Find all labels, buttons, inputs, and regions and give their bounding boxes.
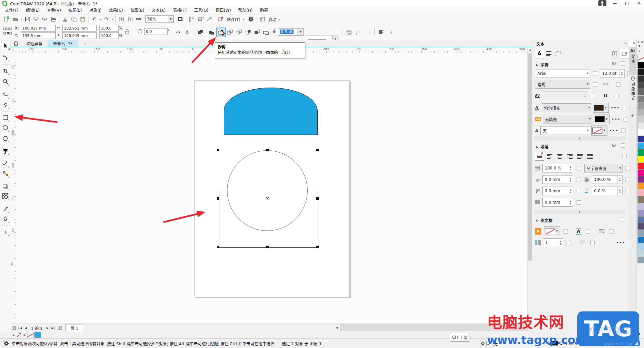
palette-swatch-C3D7DF[interactable] xyxy=(637,250,644,257)
palette-swatch-5C74A8[interactable] xyxy=(637,216,644,223)
cloud-download-button[interactable] xyxy=(32,15,40,23)
align-right-button[interactable] xyxy=(565,152,574,161)
character-collapse-icon[interactable]: ▲ xyxy=(536,63,538,66)
mirror-horizontal-button[interactable] xyxy=(174,28,183,37)
frame-collapse-icon[interactable]: ▲ xyxy=(536,219,538,222)
frame-checkbox[interactable] xyxy=(621,217,625,221)
import-properties-button[interactable] xyxy=(610,49,619,58)
background-color-swatch-combo[interactable]: ▼ xyxy=(594,114,610,124)
intersect-button[interactable] xyxy=(225,28,235,37)
page-1-tab[interactable]: 页 1 xyxy=(65,324,83,332)
selection-handle-bottom-left[interactable] xyxy=(217,246,219,248)
launch-menu[interactable]: 启动 ▾ xyxy=(267,15,282,23)
outline-swatch-combo[interactable]: ▼ xyxy=(591,126,607,136)
snap-off-button[interactable] xyxy=(217,15,225,23)
wrap-text-button[interactable] xyxy=(344,28,354,37)
docker-add-tab-button[interactable]: + xyxy=(631,113,634,118)
background-checkbox[interactable] xyxy=(624,117,628,121)
status-gear-icon[interactable] xyxy=(3,341,9,346)
outline-checkbox[interactable] xyxy=(621,129,626,133)
publish-pdf-button[interactable]: PDF xyxy=(135,15,143,23)
palette-swatch-584A72[interactable] xyxy=(637,223,644,230)
palette-swatch-EC008C[interactable] xyxy=(637,169,644,176)
font-style-combo[interactable]: 常规▼ xyxy=(535,80,590,89)
drawing-canvas[interactable]: × xyxy=(16,53,527,324)
palette-swatch-CCCCCC[interactable] xyxy=(637,115,644,122)
line-spacing-checkbox[interactable] xyxy=(577,166,581,170)
ruler-origin-corner[interactable]: ⊹ xyxy=(11,47,16,53)
menu-item-10[interactable]: 窗口(W) xyxy=(212,7,234,14)
new-document-button[interactable] xyxy=(2,15,11,23)
space-after-spinner[interactable]: 0.0 mm▲▼ xyxy=(542,187,573,195)
outline-settings-dots[interactable]: ••• xyxy=(609,129,619,133)
palette-swatch-1B75BC[interactable] xyxy=(637,236,644,243)
scale-x-input[interactable]: 100.0 xyxy=(99,25,119,32)
palette-swatch-666666[interactable] xyxy=(637,89,644,96)
close-curve-button[interactable] xyxy=(363,28,372,37)
docpal-expand-icon[interactable]: ▶ xyxy=(13,334,15,337)
space-after-checkbox[interactable] xyxy=(577,189,581,193)
paragraph-collapse-icon[interactable]: ▲ xyxy=(536,145,538,148)
alignment-checkbox[interactable] xyxy=(622,154,627,158)
shape-tool[interactable] xyxy=(1,53,10,62)
menu-item-4[interactable]: 对象(J) xyxy=(86,7,105,14)
add-tool-button[interactable]: + xyxy=(1,228,10,236)
indent-spinner[interactable]: 0.0 mm▲▼ xyxy=(542,198,573,207)
fill-type-combo[interactable]: 均匀填充▼ xyxy=(542,103,591,112)
freehand-tool[interactable] xyxy=(1,91,10,99)
menu-item-2[interactable]: 查看(V) xyxy=(43,7,65,14)
vertical-scrollbar[interactable]: ▲ ▼ xyxy=(527,47,533,324)
menu-item-9[interactable]: 工具(O) xyxy=(190,7,212,14)
selection-center-mark[interactable]: × xyxy=(266,196,269,201)
frame-color-swatch-combo[interactable]: ▼ xyxy=(544,226,560,236)
dimension-tool[interactable] xyxy=(1,159,10,168)
crop-tool[interactable] xyxy=(1,66,10,75)
frame-size-checkbox[interactable] xyxy=(609,229,613,234)
palette-swatch-4D4D4D[interactable] xyxy=(637,82,644,89)
space-before-checkbox[interactable] xyxy=(577,178,581,182)
rectangle-tool[interactable] xyxy=(1,113,10,122)
paste-button[interactable] xyxy=(78,15,87,23)
scale-y-input[interactable]: 100.0 xyxy=(99,32,119,39)
palette-swatch-8FA5B8[interactable] xyxy=(637,230,644,237)
paragraph-options-gear-icon[interactable] xyxy=(611,143,616,148)
weld-button[interactable] xyxy=(207,28,217,37)
selection-handle-top-left[interactable] xyxy=(217,149,219,151)
home-icon[interactable] xyxy=(11,39,20,47)
font-family-checkbox[interactable] xyxy=(593,71,597,76)
palette-swatch-333333[interactable] xyxy=(637,75,644,82)
copy-button[interactable] xyxy=(69,15,78,23)
spacing-unit-combo[interactable]: %字符高度▼ xyxy=(584,164,623,172)
connector-tool[interactable] xyxy=(1,169,10,178)
align-none-button[interactable]: ✗ xyxy=(535,152,544,161)
show-guidelines-button[interactable] xyxy=(205,15,214,23)
docker-tab-object-styles[interactable]: 对象样式 xyxy=(629,76,637,101)
char-spacing-spinner[interactable]: 100.0 %▲▼ xyxy=(592,175,623,184)
palette-swatch-2B3990[interactable] xyxy=(637,136,644,143)
character-tab-icon[interactable]: A xyxy=(535,49,544,58)
space-before-spinner[interactable]: 0.0 mm▲▼ xyxy=(542,175,573,184)
palette-swatch-29ABE2[interactable] xyxy=(637,142,644,149)
redo-button[interactable]: ↷ xyxy=(102,15,111,23)
print-button[interactable] xyxy=(49,15,58,23)
zoom-dropdown-icon[interactable]: ▼ xyxy=(168,16,173,22)
lock-ratio-icon[interactable] xyxy=(125,29,129,34)
column-settings-icon[interactable] xyxy=(580,240,586,245)
show-rulers-button[interactable] xyxy=(187,15,196,23)
maximize-button[interactable] xyxy=(623,0,631,6)
selection-handle-middle-right[interactable] xyxy=(316,197,319,200)
menu-item-11[interactable]: 帮助(H) xyxy=(234,7,256,14)
menu-item-6[interactable]: 位图(B) xyxy=(127,7,148,14)
polygon-tool[interactable] xyxy=(1,134,10,143)
export-button[interactable] xyxy=(126,15,135,23)
docpal-eyedropper-icon[interactable] xyxy=(17,333,21,337)
background-fill-combo[interactable]: 无填充▼ xyxy=(543,115,592,123)
palette-swatch-B3B3B3[interactable] xyxy=(637,109,644,116)
menu-item-0[interactable]: 文件(F) xyxy=(1,7,22,14)
preview-properties-button[interactable] xyxy=(620,49,629,58)
fill-color-swatch-combo[interactable]: ▼ xyxy=(593,103,609,113)
font-style-checkbox[interactable] xyxy=(593,82,597,87)
align-left-button[interactable] xyxy=(545,152,554,161)
align-center-button[interactable] xyxy=(555,152,564,161)
snap-to-menu[interactable]: 贴齐(T) ▾ xyxy=(225,15,247,23)
